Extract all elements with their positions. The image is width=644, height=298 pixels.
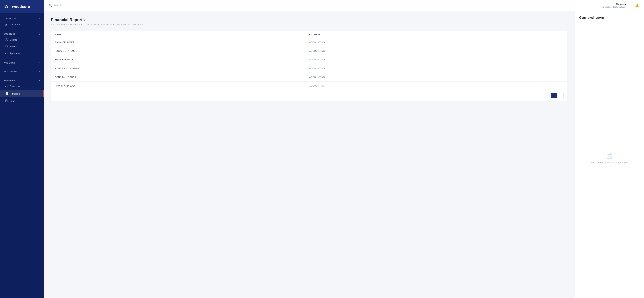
svg-point-4 bbox=[6, 52, 7, 53]
table-row[interactable]: PROFIT AND LOSS ACCOUNTING bbox=[51, 82, 567, 90]
approvals-icon bbox=[5, 52, 8, 55]
row-category: ACCOUNTING bbox=[309, 50, 564, 52]
pagination-next[interactable]: › bbox=[558, 93, 564, 98]
pagination-prev[interactable]: ‹ bbox=[544, 93, 550, 98]
dashboard-icon: ▣ bbox=[5, 23, 8, 26]
loan-icon bbox=[5, 99, 8, 103]
financial-icon: 📄 bbox=[6, 92, 8, 95]
col-name-header: NAME bbox=[55, 33, 309, 35]
user-name: Mayowa bbox=[602, 3, 626, 6]
user-area: Mayowa mayorabosede@gmail.com ⌄ 🔔 bbox=[602, 3, 639, 8]
topbar: 🔍 Search... Mayowa mayorabosede@gmail.co… bbox=[44, 0, 644, 11]
chevron-down-icon: ∨ bbox=[39, 18, 40, 20]
page-subtitle: A COMPLETE OVERVIEW OF YOUR BUSINESS WIT… bbox=[51, 23, 568, 25]
svg-rect-6 bbox=[6, 100, 7, 102]
sidebar-item-loan[interactable]: Loan bbox=[0, 98, 44, 104]
table-row[interactable]: TRIAL BALANCE ACCOUNTING bbox=[51, 55, 567, 64]
page-title: Financial Reports bbox=[51, 17, 568, 22]
empty-state: 📄 You have no generated reports yet! bbox=[579, 24, 640, 293]
table-row[interactable]: INCOME STATEMENT ACCOUNTING bbox=[51, 47, 567, 55]
svg-point-2 bbox=[6, 39, 7, 40]
row-category: ACCOUNTING bbox=[309, 67, 564, 70]
row-category: ACCOUNTING bbox=[309, 84, 564, 87]
row-name: PROFIT AND LOSS bbox=[55, 84, 309, 87]
nav-section-reports-header[interactable]: REPORTS ∨ bbox=[0, 78, 44, 83]
row-name: GENERAL LEDGER bbox=[55, 76, 309, 78]
pagination: ‹ 1 › bbox=[51, 90, 567, 101]
nav-section-reports: REPORTS ∨ Customer 📄 Financial Loan bbox=[0, 75, 44, 105]
table-row-selected[interactable]: PORTFOLIO SUMMARY ACCOUNTING bbox=[51, 64, 568, 73]
sidebar-item-approvals[interactable]: Approvals bbox=[0, 50, 44, 57]
user-email: mayorabosede@gmail.com bbox=[602, 6, 626, 8]
content-area: Financial Reports A COMPLETE OVERVIEW OF… bbox=[44, 11, 644, 298]
search-icon: 🔍 bbox=[49, 4, 52, 7]
right-panel-title: Generated reports bbox=[579, 16, 640, 19]
sidebar-item-customer[interactable]: Customer bbox=[0, 83, 44, 90]
row-name: PORTFOLIO SUMMARY bbox=[55, 67, 309, 70]
pagination-page-1[interactable]: 1 bbox=[551, 93, 557, 98]
woodcore-logo-icon: W bbox=[4, 3, 10, 10]
main-content: Financial Reports A COMPLETE OVERVIEW OF… bbox=[44, 11, 575, 298]
bell-icon[interactable]: 🔔 bbox=[635, 3, 639, 7]
table-header: NAME CATEGORY bbox=[51, 31, 567, 38]
tellers-icon bbox=[5, 45, 8, 48]
row-category: ACCOUNTING bbox=[309, 58, 564, 61]
nav-section-overview-header[interactable]: OVERVIEW ∨ bbox=[0, 16, 44, 21]
row-name: BALANCE SHEET bbox=[55, 41, 309, 44]
main-wrapper: 🔍 Search... Mayowa mayorabosede@gmail.co… bbox=[44, 0, 644, 298]
col-category-header: CATEGORY bbox=[309, 33, 564, 35]
search-area: 🔍 Search... bbox=[49, 4, 64, 7]
svg-text:W: W bbox=[4, 4, 8, 9]
user-info: Mayowa mayorabosede@gmail.com bbox=[602, 3, 626, 8]
logo-area: W woodcore bbox=[0, 0, 44, 13]
empty-state-text: You have no generated reports yet! bbox=[591, 161, 628, 164]
nav-section-business: BUSINESS ∨ Clients Tellers Approvals bbox=[0, 28, 44, 57]
nav-section-account: ACCOUNT › bbox=[0, 57, 44, 66]
search-placeholder[interactable]: Search... bbox=[54, 4, 64, 7]
logo-text: woodcore bbox=[12, 4, 30, 9]
nav-section-accounting: ACCOUNTING › bbox=[0, 66, 44, 75]
empty-report-icon: 📄 bbox=[606, 153, 613, 159]
chevron-down-icon: ∨ bbox=[39, 33, 40, 35]
sidebar-item-tellers[interactable]: Tellers bbox=[0, 43, 44, 50]
chevron-right-icon: › bbox=[39, 62, 40, 64]
row-name: INCOME STATEMENT bbox=[55, 50, 309, 52]
user-chevron-icon[interactable]: ⌄ bbox=[630, 4, 631, 6]
customer-icon bbox=[5, 85, 8, 88]
chevron-right-icon: › bbox=[39, 71, 40, 73]
svg-point-5 bbox=[6, 85, 7, 86]
nav-section-overview: OVERVIEW ∨ ▣ Dashboard bbox=[0, 13, 44, 28]
sidebar-item-clients[interactable]: Clients bbox=[0, 36, 44, 43]
nav-section-business-header[interactable]: BUSINESS ∨ bbox=[0, 31, 44, 36]
row-category: ACCOUNTING bbox=[309, 76, 564, 78]
nav-section-account-header[interactable]: ACCOUNT › bbox=[0, 60, 44, 65]
svg-rect-3 bbox=[5, 46, 8, 47]
sidebar-item-dashboard[interactable]: ▣ Dashboard bbox=[0, 21, 44, 28]
chevron-down-icon: ∨ bbox=[39, 79, 40, 81]
row-name: TRIAL BALANCE bbox=[55, 58, 309, 61]
table-row[interactable]: BALANCE SHEET ACCOUNTING bbox=[51, 38, 567, 47]
clients-icon bbox=[5, 38, 8, 41]
sidebar: W woodcore OVERVIEW ∨ ▣ Dashboard BUSINE… bbox=[0, 0, 44, 298]
table-row[interactable]: GENERAL LEDGER ACCOUNTING bbox=[51, 73, 567, 82]
nav-section-accounting-header[interactable]: ACCOUNTING › bbox=[0, 69, 44, 74]
row-category: ACCOUNTING bbox=[309, 41, 564, 44]
reports-table: NAME CATEGORY BALANCE SHEET ACCOUNTING I… bbox=[51, 31, 568, 101]
sidebar-item-financial[interactable]: 📄 Financial bbox=[0, 90, 44, 97]
right-panel: Generated reports 📄 You have no generate… bbox=[575, 11, 644, 298]
